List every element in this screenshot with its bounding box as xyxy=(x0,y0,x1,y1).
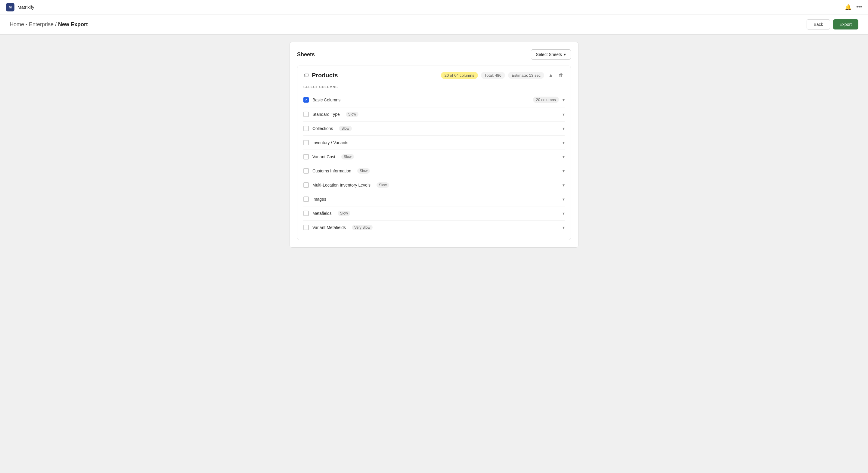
chevron-down-icon[interactable]: ▾ xyxy=(562,225,565,230)
estimate-badge: Estimate: 13 sec xyxy=(508,72,544,79)
column-right: ▾ xyxy=(562,126,565,131)
column-checkbox[interactable] xyxy=(303,154,309,159)
chevron-down-icon[interactable]: ▾ xyxy=(562,154,565,159)
column-right: ▾ xyxy=(562,168,565,173)
page-header: Home - Enterprise / New Export Back Expo… xyxy=(0,14,868,35)
column-checkbox[interactable] xyxy=(303,182,309,188)
total-badge: Total: 486 xyxy=(481,72,505,79)
column-left: Standard TypeSlow xyxy=(303,112,359,117)
column-name: Metafields xyxy=(312,211,332,216)
count-badge: 20 columns xyxy=(533,97,559,103)
column-checkbox[interactable] xyxy=(303,97,309,103)
card-header: Sheets Select Sheets ▾ xyxy=(297,49,571,60)
nav-left: M Matrixify xyxy=(6,3,34,11)
slow-badge: Slow xyxy=(338,211,350,216)
column-checkbox[interactable] xyxy=(303,168,309,174)
table-row: Standard TypeSlow▾ xyxy=(303,107,565,122)
slow-badge: Slow xyxy=(346,112,359,117)
nav-right: 🔔 ••• xyxy=(845,4,862,10)
chevron-down-icon[interactable]: ▾ xyxy=(562,97,565,102)
chevron-down-icon[interactable]: ▾ xyxy=(562,183,565,187)
column-name: Inventory / Variants xyxy=(312,140,348,145)
column-checkbox[interactable] xyxy=(303,140,309,145)
column-checkbox[interactable] xyxy=(303,225,309,230)
header-actions: Back Export xyxy=(807,19,858,30)
column-checkbox[interactable] xyxy=(303,211,309,216)
column-right: ▾ xyxy=(562,211,565,216)
table-row: Multi-Location Inventory LevelsSlow▾ xyxy=(303,178,565,192)
back-button[interactable]: Back xyxy=(807,19,830,30)
top-nav: M Matrixify 🔔 ••• xyxy=(0,0,868,14)
column-left: Images xyxy=(303,196,326,202)
chevron-down-icon[interactable]: ▾ xyxy=(562,197,565,201)
table-row: CollectionsSlow▾ xyxy=(303,122,565,136)
select-columns-label: SELECT COLUMNS xyxy=(303,85,565,89)
column-left: Multi-Location Inventory LevelsSlow xyxy=(303,182,389,188)
column-right: ▾ xyxy=(562,140,565,145)
products-title: Products xyxy=(312,72,338,79)
products-section: 🏷 Products 20 of 64 columns Total: 486 E… xyxy=(297,66,571,240)
table-row: Variant MetafieldsVery Slow▾ xyxy=(303,221,565,234)
column-right: ▾ xyxy=(562,197,565,201)
products-meta: 20 of 64 columns Total: 486 Estimate: 13… xyxy=(441,71,565,79)
column-left: Variant MetafieldsVery Slow xyxy=(303,225,373,230)
collapse-button[interactable]: ▲ xyxy=(547,71,554,79)
table-row: Variant CostSlow▾ xyxy=(303,150,565,164)
more-icon[interactable]: ••• xyxy=(856,4,862,10)
column-checkbox[interactable] xyxy=(303,126,309,131)
delete-button[interactable]: 🗑 xyxy=(557,71,565,79)
chevron-down-icon: ▾ xyxy=(564,52,566,57)
chevron-down-icon[interactable]: ▾ xyxy=(562,211,565,216)
products-header: 🏷 Products 20 of 64 columns Total: 486 E… xyxy=(303,71,565,79)
app-name: Matrixify xyxy=(18,4,34,10)
column-left: MetafieldsSlow xyxy=(303,211,350,216)
column-right: ▾ xyxy=(562,154,565,159)
column-left: Variant CostSlow xyxy=(303,154,354,159)
column-left: Basic Columns xyxy=(303,97,340,103)
column-left: Inventory / Variants xyxy=(303,140,348,145)
column-name: Standard Type xyxy=(312,112,340,117)
column-right: 20 columns▾ xyxy=(533,97,565,103)
columns-badge: 20 of 64 columns xyxy=(441,72,478,79)
column-rows-container: Basic Columns20 columns▾Standard TypeSlo… xyxy=(303,92,565,234)
tag-icon: 🏷 xyxy=(303,72,309,78)
column-name: Collections xyxy=(312,126,333,131)
app-logo: M xyxy=(6,3,14,11)
column-left: Customs InformationSlow xyxy=(303,168,370,174)
column-name: Variant Cost xyxy=(312,154,335,159)
column-name: Variant Metafields xyxy=(312,225,346,230)
column-checkbox[interactable] xyxy=(303,112,309,117)
sheets-title: Sheets xyxy=(297,52,315,58)
column-right: ▾ xyxy=(562,112,565,117)
chevron-down-icon[interactable]: ▾ xyxy=(562,140,565,145)
column-checkbox[interactable] xyxy=(303,196,309,202)
select-sheets-button[interactable]: Select Sheets ▾ xyxy=(531,49,571,60)
main-content: Sheets Select Sheets ▾ 🏷 Products 20 of … xyxy=(0,35,868,255)
sheets-card: Sheets Select Sheets ▾ 🏷 Products 20 of … xyxy=(289,42,579,248)
column-name: Basic Columns xyxy=(312,97,340,102)
table-row: Customs InformationSlow▾ xyxy=(303,164,565,178)
slow-badge: Slow xyxy=(357,168,370,174)
chevron-down-icon[interactable]: ▾ xyxy=(562,168,565,173)
table-row: Inventory / Variants▾ xyxy=(303,136,565,150)
chevron-down-icon[interactable]: ▾ xyxy=(562,126,565,131)
column-right: ▾ xyxy=(562,183,565,187)
column-name: Customs Information xyxy=(312,168,351,173)
column-left: CollectionsSlow xyxy=(303,126,352,131)
table-row: MetafieldsSlow▾ xyxy=(303,207,565,221)
column-right: ▾ xyxy=(562,225,565,230)
products-title-group: 🏷 Products xyxy=(303,72,338,79)
slow-badge: Slow xyxy=(376,182,389,188)
column-name: Images xyxy=(312,197,326,201)
table-row: Basic Columns20 columns▾ xyxy=(303,92,565,107)
very-slow-badge: Very Slow xyxy=(352,225,373,230)
table-row: Images▾ xyxy=(303,192,565,207)
slow-badge: Slow xyxy=(341,154,354,159)
chevron-down-icon[interactable]: ▾ xyxy=(562,112,565,117)
slow-badge: Slow xyxy=(339,126,351,131)
export-button[interactable]: Export xyxy=(833,19,858,30)
column-name: Multi-Location Inventory Levels xyxy=(312,183,371,187)
bell-icon[interactable]: 🔔 xyxy=(845,4,851,10)
breadcrumb: Home - Enterprise / New Export xyxy=(10,21,88,28)
